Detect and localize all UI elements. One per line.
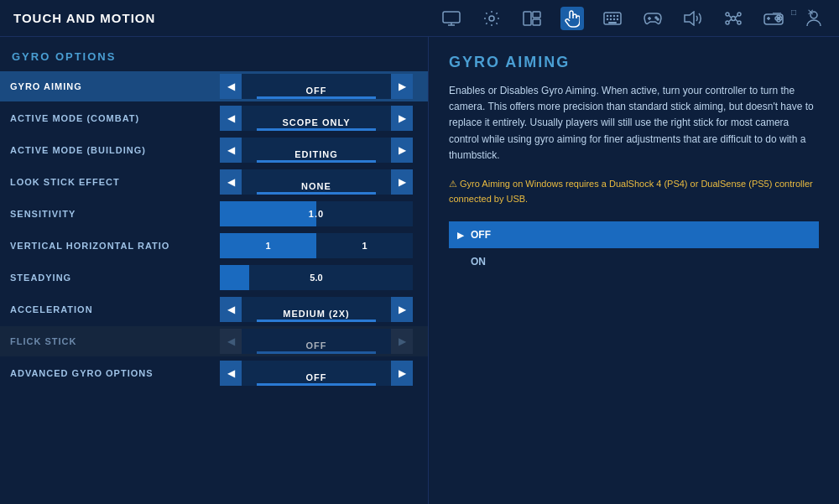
info-title: GYRO AIMING [449, 54, 819, 71]
left-panel: GYRO OPTIONS GYRO AIMING ◀ OFF ▶ ACTIVE … [0, 37, 428, 504]
flick-stick-row: FLICK STICK ◀ OFF ▶ [0, 326, 428, 356]
steadying-row: STEADYING 5.0 [0, 262, 428, 293]
steadying-control: 5.0 [220, 262, 428, 293]
acceleration-row: ACCELERATION ◀ MEDIUM (2X) ▶ [0, 294, 428, 325]
svg-line-28 [736, 15, 738, 18]
svg-line-30 [736, 19, 738, 22]
gyro-aiming-left-arrow[interactable]: ◀ [220, 74, 242, 99]
minimize-button[interactable]: — [772, 7, 782, 17]
info-description: Enables or Disables Gyro Aiming. When ac… [449, 83, 819, 164]
vh-ratio-row: VERTICAL HORIZONTAL RATIO 1 1 [0, 231, 428, 261]
flick-stick-right: ▶ [391, 329, 413, 354]
sensitivity-track: 1.0 [220, 201, 413, 226]
look-stick-effect-right[interactable]: ▶ [391, 169, 413, 195]
dropdown-option-on[interactable]: ON [449, 248, 819, 275]
active-mode-building-underline [257, 160, 376, 163]
touch-icon[interactable] [560, 7, 584, 30]
right-panel: GYRO AIMING Enables or Disables Gyro Aim… [428, 37, 839, 504]
flick-stick-underline [257, 351, 376, 354]
svg-line-29 [729, 19, 732, 22]
vh-ratio-split[interactable]: 1 1 [220, 233, 413, 258]
sensitivity-row: SENSITIVITY 1.0 [0, 199, 428, 229]
maximize-button[interactable]: □ [789, 7, 799, 17]
svg-rect-0 [443, 12, 460, 23]
section-title: GYRO OPTIONS [0, 45, 428, 71]
steadying-value: 5.0 [220, 273, 413, 283]
active-mode-combat-right[interactable]: ▶ [391, 106, 413, 131]
close-button[interactable]: ✕ [805, 7, 816, 17]
dropdown-section: ▶ OFF ON [449, 221, 819, 275]
advanced-gyro-left[interactable]: ◀ [220, 361, 242, 386]
acceleration-value: MEDIUM (2X) [283, 309, 349, 319]
svg-marker-21 [685, 12, 694, 25]
acceleration-value-box: MEDIUM (2X) [242, 297, 391, 322]
acceleration-left[interactable]: ◀ [220, 297, 242, 322]
dropdown-option-off[interactable]: ▶ OFF [449, 221, 819, 248]
active-mode-building-arrow: ◀ EDITING ▶ [220, 138, 413, 163]
svg-point-24 [737, 13, 741, 16]
acceleration-right[interactable]: ▶ [391, 297, 413, 322]
active-mode-building-right[interactable]: ▶ [391, 138, 413, 163]
flick-stick-value-box: OFF [242, 329, 391, 354]
network-icon[interactable] [722, 7, 745, 30]
svg-point-20 [657, 18, 659, 20]
settings-gear-icon[interactable] [480, 7, 503, 30]
controller-icon[interactable] [641, 7, 664, 30]
active-mode-building-left[interactable]: ◀ [220, 138, 242, 163]
svg-point-26 [737, 21, 741, 24]
active-mode-combat-left[interactable]: ◀ [220, 106, 242, 131]
svg-rect-5 [533, 12, 540, 18]
acceleration-control: ◀ MEDIUM (2X) ▶ [220, 294, 428, 325]
warning-text: Gyro Aiming on Windows requires a DualSh… [449, 177, 819, 206]
gyro-aiming-right-arrow[interactable]: ▶ [391, 74, 413, 99]
advanced-gyro-control: ◀ OFF ▶ [220, 358, 428, 388]
flick-stick-label: FLICK STICK [10, 336, 220, 346]
dropdown-on-label: ON [471, 256, 486, 268]
active-mode-combat-row: ACTIVE MODE (COMBAT) ◀ SCOPE ONLY ▶ [0, 103, 428, 133]
gyro-aiming-value-box: OFF [242, 74, 391, 99]
look-stick-effect-control: ◀ NONE ▶ [220, 167, 428, 197]
look-stick-effect-left[interactable]: ◀ [220, 169, 242, 195]
advanced-gyro-row: ADVANCED GYRO OPTIONS ◀ OFF ▶ [0, 358, 428, 388]
active-mode-combat-value: SCOPE ONLY [282, 117, 350, 127]
display-icon[interactable] [520, 7, 544, 30]
svg-point-23 [726, 13, 729, 16]
active-mode-combat-arrow: ◀ SCOPE ONLY ▶ [220, 106, 413, 131]
vh-ratio-control: 1 1 [220, 231, 428, 261]
look-stick-effect-label: LOOK STICK EFFECT [10, 177, 220, 187]
selected-indicator: ▶ [457, 231, 464, 240]
advanced-gyro-value-box: OFF [242, 361, 391, 386]
gyro-aiming-row: GYRO AIMING ◀ OFF ▶ [0, 71, 428, 101]
advanced-gyro-value: OFF [306, 372, 327, 382]
active-mode-combat-underline [257, 128, 376, 131]
gyro-aiming-underline [257, 96, 376, 99]
gyro-aiming-arrow-control: ◀ OFF ▶ [220, 74, 413, 99]
sensitivity-value: 1.0 [220, 209, 413, 219]
active-mode-building-row: ACTIVE MODE (BUILDING) ◀ EDITING ▶ [0, 135, 428, 165]
dropdown-off-label: OFF [471, 229, 491, 241]
app-title: TOUCH AND MOTION [13, 11, 155, 25]
svg-rect-4 [524, 12, 531, 25]
svg-point-25 [726, 21, 729, 24]
active-mode-combat-value-box: SCOPE ONLY [242, 106, 391, 131]
svg-point-22 [732, 16, 736, 20]
advanced-gyro-underline [257, 383, 376, 386]
acceleration-arrow: ◀ MEDIUM (2X) ▶ [220, 297, 413, 322]
flick-stick-arrow: ◀ OFF ▶ [220, 329, 413, 354]
look-stick-effect-row: LOOK STICK EFFECT ◀ NONE ▶ [0, 167, 428, 197]
audio-icon[interactable] [681, 7, 705, 30]
window-controls: — □ ✕ [762, 0, 826, 23]
sensitivity-slider[interactable]: 1.0 [220, 201, 413, 226]
look-stick-effect-value-box: NONE [242, 169, 391, 195]
topbar: TOUCH AND MOTION — □ ✕ [0, 0, 839, 37]
svg-rect-6 [533, 19, 540, 25]
steadying-slider[interactable]: 5.0 [220, 265, 413, 290]
svg-line-27 [729, 15, 732, 18]
look-stick-effect-arrow: ◀ NONE ▶ [220, 169, 413, 195]
svg-point-3 [489, 16, 494, 21]
monitor-icon[interactable] [440, 7, 463, 30]
keyboard-icon[interactable] [601, 7, 624, 30]
advanced-gyro-right[interactable]: ▶ [391, 361, 413, 386]
gyro-aiming-control: ◀ OFF ▶ [220, 71, 428, 101]
gyro-aiming-value: OFF [306, 86, 327, 96]
